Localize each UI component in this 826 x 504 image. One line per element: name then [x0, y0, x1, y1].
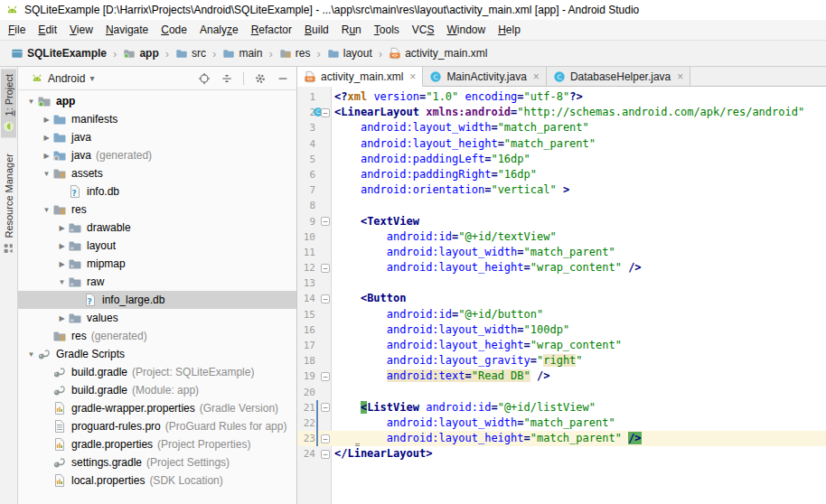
tree-expand-arrow-icon[interactable]: ▶	[56, 242, 68, 250]
code-line[interactable]: 17 android:layout_height="wrap_content"	[297, 338, 826, 353]
code-line[interactable]: 13	[297, 275, 826, 291]
tree-item-gradle-scripts[interactable]: ▼Gradle Scripts	[18, 345, 296, 363]
menu-item-edit[interactable]: Edit	[32, 22, 63, 38]
tree-item-assets[interactable]: ▼assets	[18, 164, 296, 182]
tree-expand-arrow-icon[interactable]: ▶	[41, 134, 52, 142]
menu-item-analyze[interactable]: Analyze	[193, 22, 245, 38]
close-icon[interactable]: ×	[409, 70, 416, 83]
code-line[interactable]: 18 android:layout_gravity="right"	[297, 353, 826, 369]
breadcrumb-item-res[interactable]: res	[277, 45, 313, 61]
tree-collapse-arrow-icon[interactable]: ▼	[25, 98, 37, 106]
breadcrumb-item-activity-main-xml[interactable]: <>activity_main.xml	[387, 45, 489, 61]
fold-open-icon[interactable]: −	[321, 217, 330, 226]
menu-item-build[interactable]: Build	[298, 22, 335, 38]
tree-collapse-arrow-icon[interactable]: ▼	[41, 206, 52, 214]
tree-item-local-properties-sdk-location[interactable]: local.properties(SDK Location)	[18, 471, 296, 490]
tree-item-info-large-db[interactable]: ?info_large.db	[18, 291, 296, 309]
tree-expand-arrow-icon[interactable]: ▶	[56, 314, 68, 322]
tree-collapse-arrow-icon[interactable]: ▼	[25, 350, 37, 359]
menu-item-code[interactable]: Code	[155, 22, 193, 38]
menu-item-navigate[interactable]: Navigate	[99, 22, 155, 38]
tree-item-settings-gradle-project-settings[interactable]: settings.gradle(Project Settings)	[18, 453, 296, 471]
code-line[interactable]: 5 android:paddingLeft="16dp"	[297, 152, 826, 167]
code-line[interactable]: 19− android:text="Read DB" />	[297, 369, 826, 384]
code-line[interactable]: 7 android:orientation="vertical" >	[297, 182, 826, 198]
code-line[interactable]: 23− android:layout_height="match_parent"…	[297, 431, 826, 446]
tree-item-build-gradle-module-app[interactable]: build.gradle(Module: app)	[18, 381, 296, 399]
tree-item-proguard-rules-pro-proguard-rules-for-app[interactable]: proguard-rules.pro(ProGuard Rules for ap…	[18, 417, 296, 435]
close-icon[interactable]: ×	[677, 70, 683, 83]
tree-item-info-db[interactable]: ?info.db	[18, 182, 296, 201]
settings-icon[interactable]	[254, 72, 267, 85]
breadcrumb-item-main[interactable]: main	[221, 45, 264, 61]
breadcrumb-item-app[interactable]: app	[121, 45, 160, 61]
tree-item-mipmap[interactable]: ▶mipmap	[18, 255, 296, 273]
tree-item-java-generated[interactable]: ▶java(generated)	[18, 146, 296, 164]
tree-item-java[interactable]: ▶java	[18, 128, 296, 146]
tree-item-manifests[interactable]: ▶manifests	[18, 110, 296, 128]
tree-item-gradle-wrapper-properties-gradle-version[interactable]: gradle-wrapper.properties(Gradle Version…	[18, 399, 296, 417]
code-line[interactable]: 24−</LinearLayout>	[297, 446, 826, 462]
tree-item-layout[interactable]: ▶layout	[18, 237, 296, 255]
menu-item-help[interactable]: Help	[492, 22, 527, 38]
code-editor[interactable]: 1<?xml version="1.0" encoding="utf-8"?>2…	[297, 87, 826, 504]
code-line[interactable]: 2C−<LinearLayout xmlns:android="http://s…	[297, 105, 826, 120]
tree-collapse-arrow-icon[interactable]: ▼	[56, 278, 68, 286]
menu-item-vcs[interactable]: VCS	[406, 22, 441, 38]
collapse-all-icon[interactable]	[221, 72, 233, 85]
editor-tab-databasehelper-java[interactable]: CDatabaseHelper.java×	[547, 67, 690, 86]
code-line[interactable]: 1<?xml version="1.0" encoding="utf-8"?>	[297, 89, 826, 105]
code-line[interactable]: 22 android:layout_width="match_parent"	[297, 415, 826, 431]
code-line[interactable]: 10 android:id="@+id/textView"	[297, 229, 826, 245]
code-line[interactable]: 11 android:layout_width="match_parent"	[297, 245, 826, 260]
tree-collapse-arrow-icon[interactable]: ▼	[41, 170, 52, 178]
tree-item-res-generated[interactable]: res(generated)	[18, 327, 296, 345]
code-line[interactable]: 3 android:layout_width="match_parent"	[297, 120, 826, 135]
fold-open-icon[interactable]: −	[321, 403, 330, 412]
menu-item-window[interactable]: Window	[440, 22, 492, 38]
locate-icon[interactable]	[198, 72, 211, 85]
hide-icon[interactable]	[277, 72, 289, 85]
menu-item-file[interactable]: File	[2, 22, 32, 38]
menu-item-tools[interactable]: Tools	[368, 22, 406, 38]
fold-close-icon[interactable]: −	[321, 450, 330, 459]
menu-item-run[interactable]: Run	[335, 22, 368, 38]
breadcrumb-item-layout[interactable]: layout	[325, 45, 374, 61]
tree-expand-arrow-icon[interactable]: ▶	[41, 116, 52, 124]
tree-expand-arrow-icon[interactable]: ▶	[56, 260, 68, 268]
editor-tab-activity-main-xml[interactable]: <>activity_main.xml×	[297, 67, 423, 87]
code-line[interactable]: 6 android:paddingRight="16dp"	[297, 167, 826, 182]
fold-open-icon[interactable]: −	[321, 108, 330, 117]
code-line[interactable]: 4 android:layout_height="match_parent"	[297, 136, 826, 152]
tool-stripe-resource-manager[interactable]: Resource Manager	[1, 148, 16, 260]
tree-item-app[interactable]: ▼app	[18, 92, 296, 110]
tree-item-raw[interactable]: ▼raw	[18, 273, 296, 291]
breadcrumb-item-sqliteexample[interactable]: SQLiteExample	[9, 45, 108, 61]
code-line[interactable]: 8	[297, 198, 826, 213]
tree-item-build-gradle-project-sqliteexample[interactable]: build.gradle(Project: SQLiteExample)	[18, 363, 296, 381]
code-line[interactable]: 15 android:id="@+id/button"	[297, 307, 826, 322]
tree-item-gradle-properties-project-properties[interactable]: gradle.properties(Project Properties)	[18, 435, 296, 453]
tree-expand-arrow-icon[interactable]: ▶	[41, 152, 52, 160]
tool-stripe-1-project[interactable]: 1: Project	[1, 69, 16, 137]
fold-close-icon[interactable]: −	[321, 264, 330, 273]
code-line[interactable]: 20	[297, 385, 826, 400]
fold-close-icon[interactable]: −	[321, 372, 330, 381]
editor-tab-mainactivity-java[interactable]: CMainActivity.java×	[423, 67, 547, 86]
fold-close-icon[interactable]: −	[321, 434, 330, 443]
tree-expand-arrow-icon[interactable]: ▶	[56, 224, 68, 232]
menu-item-refactor[interactable]: Refactor	[245, 22, 298, 38]
project-view-selector[interactable]: Android ▾	[31, 72, 94, 85]
tree-item-drawable[interactable]: ▶drawable	[18, 219, 296, 237]
fold-open-icon[interactable]: −	[321, 294, 330, 303]
code-line[interactable]: 12− android:layout_height="wrap_content"…	[297, 260, 826, 275]
tree-item-res[interactable]: ▼res	[18, 201, 296, 219]
code-line[interactable]: 21− <ListView android:id="@+id/listView"	[297, 400, 826, 415]
code-line[interactable]: 14− <Button	[297, 291, 826, 306]
menu-item-view[interactable]: View	[63, 22, 99, 38]
code-line[interactable]: 16 android:layout_width="100dp"	[297, 322, 826, 338]
code-line[interactable]: 9− <TextView	[297, 214, 826, 229]
close-icon[interactable]: ×	[533, 70, 540, 83]
tree-item-values[interactable]: ▶values	[18, 309, 296, 327]
breadcrumb-item-src[interactable]: src	[174, 45, 208, 61]
